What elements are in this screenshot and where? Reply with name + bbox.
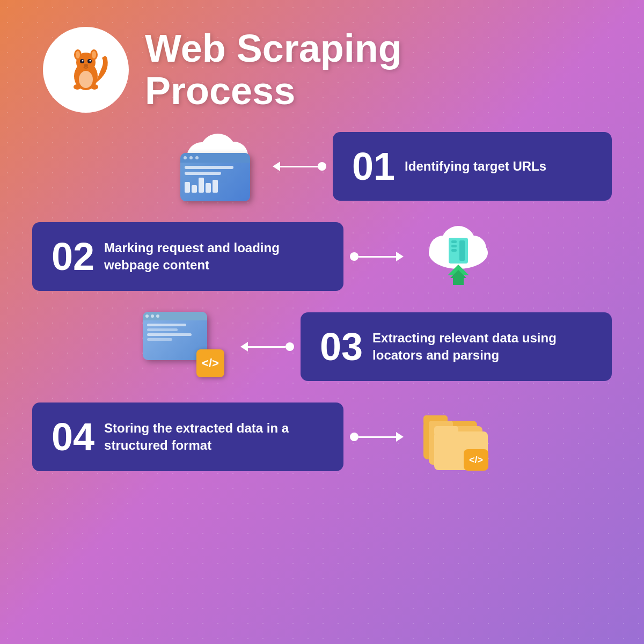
arrow-04 (350, 432, 404, 442)
svg-point-5 (92, 51, 96, 58)
cloud-download-svg (421, 222, 496, 291)
header: Web Scraping Process (0, 0, 644, 123)
arrow-02 (350, 252, 404, 261)
folders-icon: </> (410, 399, 507, 474)
svg-text:</>: </> (469, 455, 483, 465)
svg-point-3 (76, 51, 80, 58)
step-text-02: Marking request and loading webpage cont… (104, 239, 324, 274)
svg-rect-34 (434, 426, 458, 436)
steps-container: 01 Identifying target URLs 02 Marking re… (0, 123, 644, 480)
svg-point-12 (74, 84, 81, 90)
code-browser-icon: </> (137, 309, 234, 384)
step-row-03: </> 03 Extracting relevant data using lo… (32, 309, 612, 384)
step-number-02: 02 (52, 237, 94, 276)
svg-point-9 (90, 60, 91, 62)
svg-point-13 (91, 84, 98, 90)
folders-svg: </> (415, 402, 501, 472)
step-number-03: 03 (320, 327, 363, 366)
cloud-download-icon (410, 219, 507, 294)
step-row-04: 04 Storing the extracted data in a struc… (32, 399, 612, 474)
code-badge-icon: </> (196, 349, 224, 377)
step-text-04: Storing the extracted data in a structur… (104, 420, 324, 455)
step-card-03: 03 Extracting relevant data using locato… (301, 312, 612, 381)
cloud-browser-icon (170, 129, 266, 204)
svg-point-7 (82, 60, 84, 62)
step-text-03: Extracting relevant data using locators … (372, 330, 592, 364)
step-row-01: 01 Identifying target URLs (32, 129, 612, 204)
svg-rect-23 (451, 240, 457, 243)
arrow-03 (240, 342, 294, 352)
svg-point-11 (79, 71, 93, 88)
background: Web Scraping Process (0, 0, 644, 644)
svg-rect-25 (451, 249, 457, 252)
svg-rect-26 (459, 240, 465, 261)
step-card-01: 01 Identifying target URLs (333, 132, 612, 201)
arrow-01 (273, 162, 326, 171)
step-number-04: 04 (52, 418, 94, 456)
squirrel-logo-icon (59, 43, 113, 97)
svg-point-10 (84, 64, 88, 67)
step-card-04: 04 Storing the extracted data in a struc… (32, 402, 343, 471)
step-number-01: 01 (352, 147, 395, 186)
step-row-02: 02 Marking request and loading webpage c… (32, 219, 612, 294)
step-card-02: 02 Marking request and loading webpage c… (32, 222, 343, 291)
svg-rect-24 (451, 245, 457, 247)
page-title: Web Scraping Process (145, 27, 402, 112)
step-text-01: Identifying target URLs (405, 158, 546, 175)
logo-circle (43, 27, 129, 113)
